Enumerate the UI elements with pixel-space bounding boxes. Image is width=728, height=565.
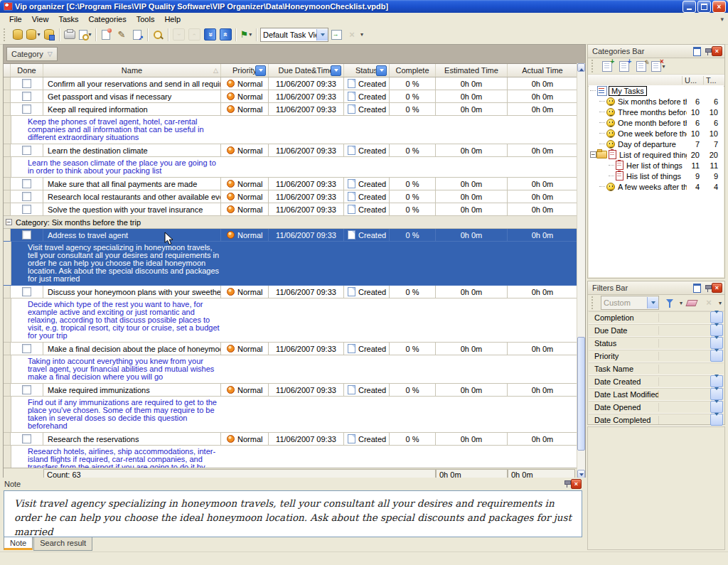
tab-search-result[interactable]: Search result bbox=[33, 537, 92, 551]
column-header-estimated[interactable]: Estimated Time bbox=[436, 64, 508, 77]
combo-arrow-icon[interactable] bbox=[647, 297, 658, 308]
column-header-due[interactable]: Due Date&Time bbox=[269, 64, 344, 77]
column-header-priority[interactable]: Priority bbox=[221, 64, 269, 77]
task-checkbox[interactable] bbox=[22, 434, 31, 443]
task-note[interactable]: Learn the season climate of the place yo… bbox=[4, 157, 578, 178]
edit-task-button[interactable]: ✎ bbox=[114, 27, 129, 42]
task-row[interactable]: Keep all required informationNormal11/06… bbox=[4, 103, 578, 116]
dropdown-arrow-icon[interactable]: ▾ bbox=[37, 31, 40, 38]
tab-note[interactable]: Note bbox=[4, 537, 33, 550]
filter-dropdown-button[interactable] bbox=[710, 375, 723, 387]
task-checkbox[interactable] bbox=[22, 179, 31, 188]
category-item[interactable]: Her list of things1111 bbox=[589, 160, 724, 171]
filter-dropdown-button[interactable] bbox=[710, 401, 723, 413]
group-by-category-button[interactable]: Category ▽ bbox=[6, 47, 58, 61]
category-item[interactable]: Three months before the trip1010 bbox=[589, 107, 724, 117]
note-text[interactable]: Visit travel agency specializing in hone… bbox=[4, 490, 582, 537]
filter-row[interactable]: Status bbox=[589, 337, 724, 350]
filter-row[interactable]: Task Name bbox=[589, 362, 724, 375]
pin-panel-button[interactable] bbox=[703, 47, 712, 55]
column-header-name[interactable]: Name△ bbox=[43, 64, 221, 77]
column-header-status[interactable]: Status bbox=[344, 64, 390, 77]
task-row[interactable]: Research the reservationsNormal11/06/200… bbox=[4, 433, 578, 446]
task-row[interactable]: Address to travel agentNormal11/06/2007 … bbox=[4, 229, 578, 242]
combo-arrow-icon[interactable] bbox=[316, 29, 328, 41]
task-note[interactable]: Visit travel agency specializing in hone… bbox=[4, 242, 578, 286]
due-filter-button[interactable] bbox=[331, 65, 341, 76]
task-checkbox[interactable] bbox=[22, 192, 31, 201]
float-panel-button[interactable] bbox=[692, 47, 701, 55]
task-note[interactable]: Keep the phones of travel agent, hotel, … bbox=[4, 116, 578, 144]
scrollbar-thumb[interactable] bbox=[577, 337, 585, 451]
menu-view[interactable]: View bbox=[27, 14, 54, 24]
toolbar-overflow-icon[interactable]: ▾ bbox=[360, 31, 363, 38]
filter-preset-combo[interactable]: Custom bbox=[601, 296, 659, 310]
apply-filter-button[interactable] bbox=[662, 296, 678, 311]
total-column-header[interactable]: T... bbox=[703, 76, 724, 85]
new-task-button[interactable] bbox=[98, 27, 114, 42]
task-row[interactable]: Get passport and visas if necessaryNorma… bbox=[4, 90, 578, 103]
column-header-done[interactable]: Done bbox=[11, 64, 43, 77]
task-note[interactable]: Find out if any immunizations are requir… bbox=[4, 397, 578, 433]
task-checkbox[interactable] bbox=[22, 104, 31, 114]
task-checkbox[interactable] bbox=[22, 385, 31, 394]
task-note[interactable]: Decide which type of the rest you want t… bbox=[4, 298, 578, 343]
task-row[interactable]: Make required immunizationsNormal11/06/2… bbox=[4, 384, 578, 397]
menu-tools[interactable]: Tools bbox=[132, 14, 160, 24]
find-button[interactable] bbox=[150, 27, 166, 42]
grid-scrollbar[interactable] bbox=[577, 63, 585, 478]
close-button[interactable]: × bbox=[712, 1, 726, 13]
filter-dropdown-button[interactable] bbox=[710, 414, 723, 426]
menu-help[interactable]: Help bbox=[159, 14, 186, 24]
delete-category-button[interactable]: ▾ bbox=[651, 59, 666, 74]
filter-dropdown-button[interactable] bbox=[710, 324, 723, 336]
category-item[interactable]: A few weeks after the trip44 bbox=[589, 181, 724, 192]
filter-row[interactable]: Date Last Modified bbox=[589, 388, 724, 401]
category-item[interactable]: My Tasks bbox=[589, 85, 724, 96]
add-category-button[interactable] bbox=[599, 59, 615, 74]
category-group-row[interactable]: −Category: Six months before the trip bbox=[4, 216, 578, 229]
category-item[interactable]: Day of departure77 bbox=[589, 139, 724, 149]
task-row[interactable]: Confirm all your reservations and send i… bbox=[4, 77, 578, 90]
filter-row[interactable]: Date Completed bbox=[589, 414, 724, 426]
column-header-complete[interactable]: Complete bbox=[390, 64, 436, 77]
close-panel-button[interactable]: × bbox=[571, 479, 582, 489]
filter-dropdown-button[interactable] bbox=[710, 311, 723, 323]
add-subcategory-button[interactable] bbox=[616, 59, 632, 74]
task-row[interactable]: Make a final decision about the place of… bbox=[4, 343, 578, 355]
filter-dropdown-button[interactable] bbox=[710, 388, 723, 400]
filter-row[interactable]: Date Created bbox=[589, 375, 724, 388]
task-checkbox[interactable] bbox=[22, 92, 31, 101]
category-item[interactable]: Six months before the trip66 bbox=[589, 96, 724, 107]
filter-dropdown-button[interactable] bbox=[710, 337, 723, 349]
filter-dropdown-button[interactable] bbox=[710, 350, 723, 362]
pin-panel-button[interactable] bbox=[703, 284, 712, 292]
collapse-all-button[interactable]: » bbox=[218, 27, 233, 42]
task-row[interactable]: Research local restaurants and other ava… bbox=[4, 190, 578, 203]
expand-all-button[interactable]: » bbox=[202, 27, 218, 42]
category-item[interactable]: One week before the trip1010 bbox=[589, 128, 724, 139]
task-checkbox[interactable] bbox=[22, 205, 31, 214]
print-preview-button[interactable]: ▾ bbox=[77, 27, 93, 42]
task-checkbox[interactable] bbox=[22, 146, 31, 155]
edit-category-button[interactable] bbox=[633, 59, 649, 74]
task-checkbox[interactable] bbox=[22, 230, 31, 240]
task-row[interactable]: Discuss your honeymoon plans with your s… bbox=[4, 286, 578, 298]
filter-row[interactable]: Due Date bbox=[589, 324, 724, 337]
column-header-actual[interactable]: Actual Time bbox=[508, 64, 578, 77]
dropdown-arrow-icon[interactable]: ▾ bbox=[88, 31, 91, 38]
minimize-button[interactable] bbox=[682, 1, 696, 13]
task-note[interactable]: Research hotels, airlines, ship accommod… bbox=[4, 446, 578, 468]
tree-expander[interactable]: − bbox=[590, 151, 596, 158]
clear-filter-button[interactable] bbox=[684, 296, 700, 311]
task-note[interactable]: Taking into account everything you knew … bbox=[4, 355, 578, 384]
restore-button[interactable] bbox=[697, 1, 711, 13]
priority-filter-button[interactable] bbox=[255, 65, 266, 76]
save-database-button[interactable] bbox=[41, 27, 57, 42]
task-checkbox[interactable] bbox=[22, 287, 31, 296]
apply-view-button[interactable] bbox=[328, 27, 344, 42]
scroll-up-icon[interactable] bbox=[577, 63, 585, 72]
toolbar-overflow-icon[interactable]: ▾ bbox=[720, 16, 724, 23]
filter-row[interactable]: Date Opened bbox=[589, 401, 724, 414]
close-panel-button[interactable]: × bbox=[712, 46, 722, 56]
